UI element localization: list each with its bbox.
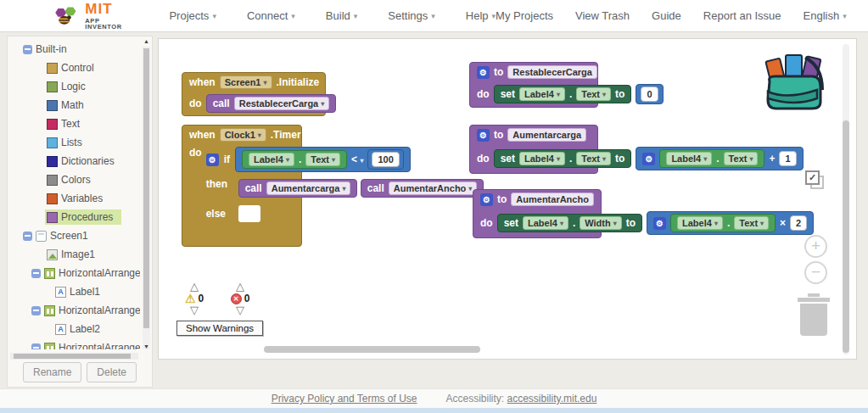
block-when-screen1-initialize[interactable]: when Screen1▾ .Initialize do call Restab…: [182, 72, 326, 116]
sidebar-vertical-scrollbar[interactable]: [143, 47, 150, 349]
palette-item-procedures[interactable]: Procedures: [8, 208, 140, 226]
error-nav-down-icon[interactable]: ▽: [228, 305, 252, 315]
block-number-2[interactable]: 2: [790, 215, 807, 231]
menu-projects[interactable]: Projects▾: [169, 9, 216, 22]
component-dropdown[interactable]: Clock1▾: [220, 128, 266, 142]
property-dropdown[interactable]: Text▾: [576, 87, 611, 101]
procedure-name-field[interactable]: Aumentarcarga: [507, 128, 586, 142]
block-call-aumentarcarga[interactable]: call Aumentarcarga▾: [238, 179, 358, 198]
block-call-aumentarancho[interactable]: call AumentarAncho▾: [361, 179, 484, 198]
sidebar-horizontal-scrollbar-thumb[interactable]: [14, 354, 131, 359]
menu-report-issue[interactable]: Report an Issue: [703, 9, 781, 22]
warning-nav-down-icon[interactable]: ▽: [182, 305, 206, 315]
palette-item-math[interactable]: Math: [8, 96, 140, 114]
component-dropdown[interactable]: Label4▾: [666, 152, 712, 165]
block-number-100[interactable]: 100: [367, 149, 403, 170]
if-block[interactable]: ⚙ if Label4▾ . Text▾ < ▾ 100: [206, 147, 484, 222]
component-dropdown[interactable]: Label4▾: [519, 87, 565, 101]
tree-item-label2[interactable]: A Label2: [8, 320, 140, 338]
scroll-up-icon[interactable]: ▲: [143, 38, 150, 44]
menu-connect[interactable]: Connect▾: [247, 9, 295, 22]
menu-my-projects[interactable]: My Projects: [496, 9, 553, 22]
zoom-out-button[interactable]: −: [804, 261, 827, 284]
sidebar-horizontal-scrollbar[interactable]: [10, 353, 138, 360]
tree-item-horizontalarrangement-2[interactable]: HorizontalArrangement: [8, 301, 140, 320]
menu-build[interactable]: Build▾: [326, 9, 357, 22]
multiselect-checkbox-icon[interactable]: ✓: [805, 170, 827, 193]
mutator-gear-icon[interactable]: ⚙: [477, 129, 490, 142]
property-dropdown[interactable]: Text▾: [724, 152, 759, 165]
menu-guide[interactable]: Guide: [652, 9, 681, 22]
palette-item-colors[interactable]: Colors: [8, 170, 140, 189]
scroll-down-icon[interactable]: ▼: [143, 343, 150, 349]
privacy-policy-link[interactable]: Privacy Policy and Terms of Use: [272, 393, 417, 405]
component-dropdown[interactable]: Screen1▾: [220, 75, 272, 89]
block-procedure-aumentarcarga[interactable]: ⚙ to Aumentarcarga do set Label4▾ . Text…: [469, 125, 598, 174]
empty-else-socket[interactable]: [238, 205, 260, 222]
block-getter-label4-text[interactable]: Label4▾ . Text▾: [670, 214, 776, 232]
collapse-icon[interactable]: [31, 306, 41, 315]
block-number-1[interactable]: 1: [779, 151, 796, 166]
menu-language[interactable]: English▾: [804, 9, 847, 22]
palette-item-control[interactable]: Control: [8, 59, 140, 77]
operator-dropdown[interactable]: < ▾: [351, 153, 363, 165]
error-nav-up-icon[interactable]: △: [228, 282, 252, 292]
tree-item-horizontalarrangement-3[interactable]: HorizontalArrangement: [8, 338, 140, 349]
block-procedure-restablecercarga[interactable]: ⚙ to RestablecerCarga do set Label4▾ . T…: [469, 62, 598, 108]
canvas-vertical-scrollbar-thumb[interactable]: [843, 120, 849, 353]
procedure-name-field[interactable]: RestablecerCarga: [507, 65, 597, 79]
property-dropdown[interactable]: Width▾: [580, 216, 621, 230]
block-set-label4-width[interactable]: set Label4▾ . Width▾ to: [497, 214, 642, 232]
menu-help[interactable]: Help▾: [466, 9, 496, 22]
block-comparison[interactable]: Label4▾ . Text▾ < ▾ 100: [235, 147, 411, 172]
procedure-dropdown[interactable]: RestablecerCarga▾: [234, 97, 330, 110]
blocks-workspace[interactable]: when Screen1▾ .Initialize do call Restab…: [158, 38, 857, 360]
backpack-icon[interactable]: [761, 53, 829, 114]
canvas-vertical-scrollbar[interactable]: [843, 44, 849, 354]
property-dropdown[interactable]: Text▾: [576, 152, 611, 165]
block-getter-label4-text[interactable]: Label4▾ . Text▾: [659, 149, 764, 168]
app-inventor-logo[interactable]: MIT APP INVENTOR: [53, 2, 128, 31]
tree-item-screen1[interactable]: Screen1: [8, 226, 140, 245]
collapse-icon[interactable]: [23, 45, 32, 54]
trash-can-icon[interactable]: [797, 293, 831, 336]
zoom-in-button[interactable]: +: [804, 235, 827, 258]
block-number-0[interactable]: 0: [636, 84, 663, 104]
palette-item-lists[interactable]: Lists: [8, 133, 140, 152]
show-warnings-button[interactable]: Show Warnings: [176, 321, 263, 336]
block-set-label4-text[interactable]: set Label4▾ . Text▾ to: [494, 149, 632, 168]
block-multiplication[interactable]: ⚙ Label4▾ . Text▾ × 2: [647, 211, 814, 235]
palette-item-variables[interactable]: Variables: [8, 189, 140, 208]
menu-view-trash[interactable]: View Trash: [575, 9, 630, 22]
component-dropdown[interactable]: Label4▾: [523, 216, 568, 230]
tree-item-label1[interactable]: A Label1: [8, 282, 140, 301]
collapse-icon[interactable]: [23, 232, 32, 241]
accessibility-link[interactable]: accessibility.mit.edu: [507, 393, 597, 405]
component-dropdown[interactable]: Label4▾: [519, 152, 565, 165]
block-getter-label4-text[interactable]: Label4▾ . Text▾: [242, 150, 347, 169]
tree-item-horizontalarrangement-1[interactable]: HorizontalArrangement: [8, 264, 140, 282]
procedure-dropdown[interactable]: Aumentarcarga▾: [266, 181, 351, 195]
collapse-icon[interactable]: [31, 343, 41, 350]
mutator-gear-icon[interactable]: ⚙: [477, 66, 490, 79]
palette-item-logic[interactable]: Logic: [8, 77, 140, 96]
property-dropdown[interactable]: Text▾: [305, 153, 340, 166]
canvas-horizontal-scrollbar-thumb[interactable]: [264, 346, 480, 353]
block-addition[interactable]: ⚙ Label4▾ . Text▾ + 1: [636, 147, 803, 170]
block-call-restablecercarga[interactable]: call RestablecerCarga▾: [206, 94, 337, 113]
delete-button[interactable]: Delete: [87, 362, 137, 382]
procedure-dropdown[interactable]: AumentarAncho▾: [389, 181, 478, 195]
palette-item-dictionaries[interactable]: Dictionaries: [8, 152, 140, 170]
warning-nav-up-icon[interactable]: △: [182, 282, 206, 292]
procedure-name-field[interactable]: AumentarAncho: [511, 193, 594, 206]
block-set-label4-text[interactable]: set Label4▾ . Text▾ to: [494, 85, 632, 103]
component-dropdown[interactable]: Label4▾: [677, 216, 723, 230]
mutator-gear-icon[interactable]: ⚙: [480, 193, 493, 206]
sidebar-vertical-scrollbar-thumb[interactable]: [143, 48, 149, 328]
tree-item-image1[interactable]: Image1: [8, 245, 140, 264]
mutator-gear-icon[interactable]: ⚙: [206, 153, 219, 166]
mutator-gear-icon[interactable]: ⚙: [653, 217, 666, 230]
mutator-gear-icon[interactable]: ⚙: [642, 153, 655, 165]
component-dropdown[interactable]: Label4▾: [249, 153, 294, 166]
rename-button[interactable]: Rename: [23, 362, 81, 382]
